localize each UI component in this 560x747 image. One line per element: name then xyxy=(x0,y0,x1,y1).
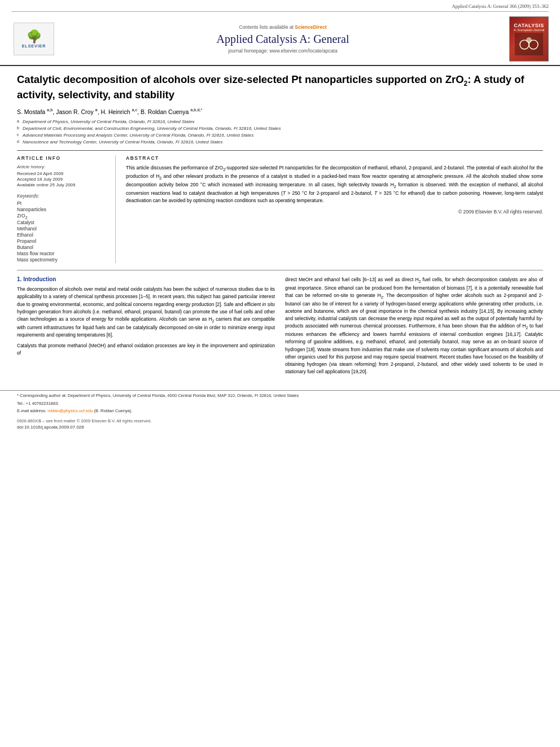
elsevier-logo-box: 🌳 ELSEVIER xyxy=(14,23,54,55)
email-line: E-mail address: roldan@physics.ucf.edu (… xyxy=(17,408,543,414)
catalysis-logo-text: CATALYSIS xyxy=(514,23,544,28)
keyword-4: Catalyst xyxy=(17,220,108,225)
catalysis-journal-logo: CATALYSIS A: European Journal xyxy=(509,16,549,62)
keywords-label: Keywords: xyxy=(17,193,108,199)
contents-available-line: Contents lists available at ScienceDirec… xyxy=(62,24,504,30)
affiliations: a Department of Physics, University of C… xyxy=(17,119,543,146)
email-name: (B. Roldan Cuenya). xyxy=(94,408,132,413)
main-left-col: 1. Introduction The decomposition of alc… xyxy=(17,276,275,379)
email-address[interactable]: roldan@physics.ucf.edu xyxy=(47,408,93,413)
article-info-abstract-section: ARTICLE INFO Article history: Received 2… xyxy=(17,155,543,264)
page-wrapper: Applied Catalysis A: General 366 (2009) … xyxy=(0,0,560,432)
introduction-title: 1. Introduction xyxy=(17,276,275,282)
elsevier-brand-text: ELSEVIER xyxy=(22,44,46,48)
catalysis-logo-subtitle: A: European Journal xyxy=(514,28,545,32)
svg-point-2 xyxy=(526,37,532,43)
right-para-1: direct MeOH and ethanol fuel cells [6–13… xyxy=(285,276,543,375)
aff-sup-c: c xyxy=(17,132,23,138)
accepted-date: Accepted 18 July 2009 xyxy=(17,177,108,182)
article-info-header: ARTICLE INFO xyxy=(17,155,108,161)
article-body: Catalytic decomposition of alcohols over… xyxy=(0,66,560,385)
abstract-header: ABSTRACT xyxy=(126,155,543,161)
catalysis-logo-image xyxy=(515,33,543,55)
authors-line: S. Mostafa a,b, Jason R. Croy a, H. Hein… xyxy=(17,107,543,115)
aff-text-d: Nanoscience and Technology Center, Unive… xyxy=(23,139,223,145)
doi-line: doi:10.1016/j.apcata.2009.07.028 xyxy=(17,425,543,430)
keyword-9: Mass flow reactor xyxy=(17,251,108,256)
affiliation-c: c Advanced Materials Processing and Anal… xyxy=(17,132,543,138)
journal-citation: Applied Catalysis A: General 366 (2009) … xyxy=(452,3,549,9)
abstract-column: ABSTRACT This article discusses the perf… xyxy=(126,155,543,264)
intro-para-1: The decomposition of alcohols over metal… xyxy=(17,286,275,339)
available-date: Available online 25 July 2009 xyxy=(17,182,108,187)
journal-main-title: Applied Catalysis A: General xyxy=(62,32,504,46)
aff-sup-d: d xyxy=(17,139,23,145)
keyword-1: Pt xyxy=(17,200,108,206)
keyword-6: Ethanol xyxy=(17,232,108,238)
intro-para-2: Catalysts that promote methanol (MeOH) a… xyxy=(17,342,275,357)
journal-header: Applied Catalysis A: General 366 (2009) … xyxy=(0,0,560,66)
article-info-column: ARTICLE INFO Article history: Received 2… xyxy=(17,155,116,264)
affiliation-b: b Department of Civil, Environmental, an… xyxy=(17,125,543,132)
main-right-col: direct MeOH and ethanol fuel cells [6–13… xyxy=(285,276,543,379)
or-text: T xyxy=(283,190,286,196)
history-label: Article history: xyxy=(17,164,108,169)
article-title: Catalytic decomposition of alcohols over… xyxy=(17,73,543,102)
or-text-2: T xyxy=(374,190,377,196)
aff-sup-b: b xyxy=(17,125,23,131)
abstract-text: This article discusses the performance o… xyxy=(126,164,543,204)
keyword-5: Methanol xyxy=(17,226,108,231)
affiliation-d: d Nanoscience and Technology Center, Uni… xyxy=(17,139,543,145)
journal-homepage: journal homepage: www.elsevier.com/locat… xyxy=(62,48,504,54)
email-label: E-mail address: xyxy=(17,408,46,413)
tel-line: Tel.: +1 40782231883. xyxy=(17,401,543,407)
divider-1 xyxy=(17,150,543,151)
aff-text-b: Department of Civil, Environmental, and … xyxy=(23,125,281,132)
keyword-3: ZrO2 xyxy=(17,213,108,220)
received-date: Received 24 April 2009 xyxy=(17,171,108,176)
affiliation-a: a Department of Physics, University of C… xyxy=(17,119,543,125)
main-article-text: 1. Introduction The decomposition of alc… xyxy=(17,276,543,379)
journal-meta-top: Applied Catalysis A: General 366 (2009) … xyxy=(11,3,549,12)
keyword-7: Propanol xyxy=(17,238,108,244)
issn-line: 0926-860X/$ – see front matter © 2009 El… xyxy=(17,418,543,423)
elsevier-logo: 🌳 ELSEVIER xyxy=(11,23,56,55)
elsevier-tree-icon: 🌳 xyxy=(27,30,42,43)
aff-sup-a: a xyxy=(17,119,23,124)
corresponding-note: * Corresponding author at: Department of… xyxy=(17,393,543,399)
header-inner: 🌳 ELSEVIER Contents lists available at S… xyxy=(11,14,549,65)
page-footer: * Corresponding author at: Department of… xyxy=(0,390,560,432)
sciencedirect-link[interactable]: ScienceDirect xyxy=(295,24,326,30)
keyword-2: Nanoparticles xyxy=(17,207,108,212)
aff-text-a: Department of Physics, University of Cen… xyxy=(23,119,195,125)
keyword-10: Mass spectrometry xyxy=(17,257,108,263)
section-divider xyxy=(17,270,543,270)
aff-text-c: Advanced Materials Processing and Analys… xyxy=(23,132,253,138)
keyword-8: Butanol xyxy=(17,244,108,250)
journal-title-center: Contents lists available at ScienceDirec… xyxy=(56,24,509,54)
copyright-line: © 2009 Elsevier B.V. All rights reserved… xyxy=(126,209,543,215)
